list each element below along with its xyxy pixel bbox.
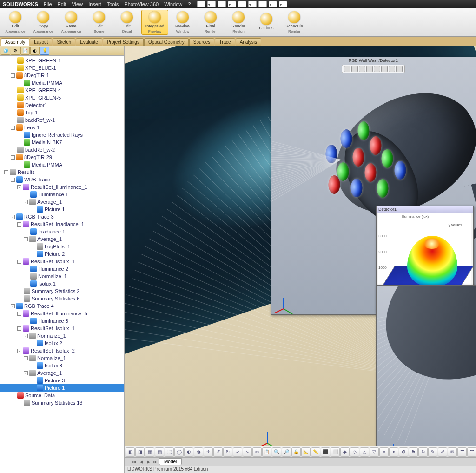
expand-icon[interactable]: - bbox=[11, 304, 15, 308]
toolbar-button[interactable]: ▤ bbox=[155, 447, 164, 457]
tab-trace[interactable]: Trace bbox=[215, 38, 235, 46]
toolbar-button[interactable]: 📐 bbox=[301, 447, 311, 457]
toolbar-button[interactable]: ◐ bbox=[184, 447, 193, 457]
tree-item[interactable]: Summary Statistics 13 bbox=[0, 399, 124, 406]
tab-optical-geometry[interactable]: Optical Geometry bbox=[144, 38, 189, 46]
view-style-icon[interactable] bbox=[374, 66, 380, 72]
ribbon-preview-window[interactable]: PreviewWindow bbox=[169, 10, 196, 35]
tree-item[interactable]: Ignore Refracted Rays bbox=[0, 131, 124, 139]
expand-icon[interactable]: - bbox=[17, 326, 21, 331]
expand-icon[interactable]: - bbox=[17, 260, 21, 264]
expand-icon[interactable]: - bbox=[11, 178, 15, 182]
menu-window[interactable]: Window bbox=[164, 1, 182, 7]
secondary-viewport-bottom[interactable]: User-Defined · Editing Assembly bbox=[376, 285, 476, 461]
expand-icon[interactable]: - bbox=[11, 215, 15, 219]
ribbon-render-region[interactable]: RenderRegion bbox=[225, 10, 252, 35]
menu-insert[interactable]: Insert bbox=[88, 1, 101, 7]
toolbar-button[interactable]: ✎ bbox=[428, 447, 437, 457]
qat-undo-icon[interactable] bbox=[238, 1, 246, 7]
toolbar-button[interactable]: ◨ bbox=[135, 447, 145, 457]
tree-item[interactable]: -ResultSet_Illuminance_1 bbox=[0, 183, 124, 191]
tab-assembly[interactable]: Assembly bbox=[1, 38, 29, 46]
toolbar-button[interactable]: ⚙ bbox=[399, 447, 408, 457]
tree-item[interactable]: -ResultSet_Irradiance_1 bbox=[0, 220, 124, 228]
menu-tools[interactable]: Tools bbox=[107, 1, 119, 7]
toolbar-button[interactable]: ⬜ bbox=[331, 447, 340, 457]
tree-item[interactable]: Illuminance 3 bbox=[0, 317, 124, 325]
toolbar-button[interactable]: ◆ bbox=[340, 447, 350, 457]
ribbon-edit-decal[interactable]: EditDecal bbox=[113, 10, 140, 35]
toolbar-button[interactable]: ☷ bbox=[467, 447, 476, 457]
ribbon-edit-appearance[interactable]: EditAppearance bbox=[2, 10, 29, 35]
tab-evaluate[interactable]: Evaluate bbox=[76, 38, 102, 46]
tree-item[interactable]: LogPlots_1 bbox=[0, 243, 124, 250]
expand-icon[interactable]: - bbox=[24, 371, 28, 375]
toolbar-button[interactable]: ✉ bbox=[448, 447, 457, 457]
toolbar-button[interactable]: ⚑ bbox=[409, 447, 418, 457]
tree-item[interactable]: Summary Statistics 6 bbox=[0, 295, 124, 302]
tree-item[interactable]: Isolux 3 bbox=[0, 362, 124, 369]
expand-icon[interactable]: - bbox=[11, 155, 15, 160]
ribbon-copy-appearance[interactable]: CopyAppearance bbox=[30, 10, 57, 35]
ribbon-integrated-preview[interactable]: IntegratedPreview bbox=[141, 10, 168, 35]
tree-item[interactable]: -Normalize_1 bbox=[0, 354, 124, 362]
tab-feature-tree-icon[interactable]: 🧊 bbox=[1, 47, 10, 55]
ribbon-schedule-render[interactable]: ScheduleRender bbox=[281, 10, 308, 35]
tree-item[interactable]: XPE_GREEN-5 bbox=[0, 94, 124, 101]
tree-item[interactable]: Picture 3 bbox=[0, 377, 124, 384]
toolbar-button[interactable]: ✛ bbox=[204, 447, 213, 457]
qat-rebuild-icon[interactable] bbox=[269, 1, 277, 7]
ribbon-paste-appearance[interactable]: PasteAppearance bbox=[58, 10, 85, 35]
tree-item[interactable]: Isolux 2 bbox=[0, 340, 124, 347]
toolbar-button[interactable]: ⬛ bbox=[321, 447, 330, 457]
tab-last-icon[interactable]: ⏭ bbox=[152, 459, 159, 465]
tree-item[interactable]: Media PMMA bbox=[0, 161, 124, 168]
toolbar-button[interactable]: ↻ bbox=[223, 447, 232, 457]
toolbar-button[interactable]: 🔍 bbox=[272, 447, 281, 457]
tree-item[interactable]: Picture 1 bbox=[0, 384, 124, 392]
tree-item[interactable]: Picture 1 bbox=[0, 206, 124, 213]
tree-item[interactable]: Summary Statistics 2 bbox=[0, 287, 124, 295]
toolbar-button[interactable]: ◇ bbox=[350, 447, 359, 457]
tree-item[interactable]: -Normalize_1 bbox=[0, 332, 124, 340]
tree-item[interactable]: Media N-BK7 bbox=[0, 139, 124, 146]
tree-item[interactable]: XPE_GREEN-4 bbox=[0, 87, 124, 94]
tree-item[interactable]: Irradiance 1 bbox=[0, 228, 124, 235]
tree-item[interactable]: Normalize_1 bbox=[0, 273, 124, 280]
view-rotate-icon[interactable] bbox=[351, 66, 358, 72]
tab-sketch[interactable]: Sketch bbox=[53, 38, 75, 46]
tree-item[interactable]: Top-1 bbox=[0, 109, 124, 116]
menu-edit[interactable]: Edit bbox=[58, 1, 66, 7]
tree-item[interactable]: backRef_w-2 bbox=[0, 146, 124, 153]
toolbar-button[interactable]: ✂ bbox=[252, 447, 262, 457]
view-settings-icon[interactable] bbox=[396, 66, 403, 72]
toolbar-button[interactable]: ✐ bbox=[438, 447, 447, 457]
menu-photoview[interactable]: PhotoView 360 bbox=[124, 1, 159, 7]
toolbar-button[interactable]: ⬚ bbox=[165, 447, 174, 457]
expand-icon[interactable]: - bbox=[24, 334, 28, 338]
tree-item[interactable]: Detector1 bbox=[0, 101, 124, 109]
menu-view[interactable]: View bbox=[72, 1, 83, 7]
tree-item[interactable]: Illuminance 1 bbox=[0, 191, 124, 198]
toolbar-button[interactable]: 📏 bbox=[311, 447, 320, 457]
menu-help[interactable]: ? bbox=[188, 1, 191, 7]
expand-icon[interactable]: - bbox=[24, 356, 28, 360]
orientation-triad[interactable] bbox=[258, 426, 277, 445]
tree-item[interactable]: -Results bbox=[0, 168, 124, 176]
tree-item[interactable]: Illuminance 2 bbox=[0, 265, 124, 273]
toolbar-button[interactable]: ◑ bbox=[194, 447, 203, 457]
tree-item[interactable]: -Average_1 bbox=[0, 369, 124, 377]
tab-analysis[interactable]: Analysis bbox=[236, 38, 261, 46]
toolbar-button[interactable]: ⚐ bbox=[418, 447, 428, 457]
toolbar-button[interactable]: 🔎 bbox=[282, 447, 291, 457]
expand-icon[interactable]: - bbox=[4, 170, 8, 174]
view-hide-icon[interactable] bbox=[381, 66, 388, 72]
tab-first-icon[interactable]: ⏮ bbox=[131, 459, 138, 465]
qat-new-icon[interactable] bbox=[197, 1, 205, 7]
tab-config-icon[interactable]: 📑 bbox=[20, 47, 30, 55]
tab-display-icon[interactable]: ◐ bbox=[30, 47, 40, 55]
tab-sources[interactable]: Sources bbox=[189, 38, 215, 46]
expand-icon[interactable]: - bbox=[17, 312, 21, 316]
qat-save-icon[interactable] bbox=[218, 1, 226, 7]
toolbar-button[interactable]: ☰ bbox=[457, 447, 467, 457]
